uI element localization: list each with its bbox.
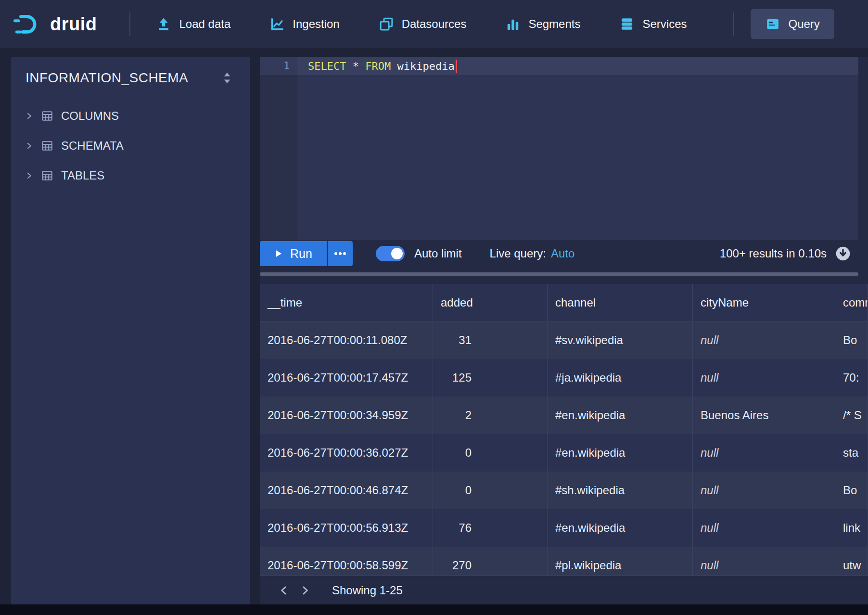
- results-table-header: __time added channel cityName comment: [260, 284, 868, 321]
- stacked-squares-icon: [379, 17, 394, 31]
- cell-cityname: null: [693, 547, 835, 576]
- tree-item-label: TABLES: [61, 169, 104, 182]
- sql-keyword-from: FROM: [365, 60, 391, 72]
- cell-time: 2016-06-27T00:00:34.959Z: [260, 397, 433, 434]
- results-table-body: 2016-06-27T00:00:11.080Z 31 #sv.wikipedi…: [260, 321, 868, 576]
- window-bottom-edge: [0, 604, 868, 615]
- editor-gutter: 1: [260, 57, 297, 240]
- column-header-comment[interactable]: comment: [835, 284, 868, 321]
- cell-added: 31: [433, 321, 548, 359]
- nav-item-label: Segments: [528, 17, 580, 31]
- cell-cityname: Buenos Aires: [693, 397, 835, 434]
- cell-comment: link: [835, 509, 868, 547]
- column-header-added[interactable]: added: [433, 284, 548, 321]
- schema-sidebar: INFORMATION_SCHEMA COLUMNS: [11, 57, 250, 604]
- cell-cityname: null: [693, 509, 835, 547]
- cell-time: 2016-06-27T00:00:46.874Z: [260, 472, 433, 509]
- live-query-label: Live query:Auto: [490, 247, 575, 260]
- druid-logo-icon: [13, 13, 43, 35]
- resize-splitter-handle[interactable]: [260, 272, 858, 276]
- sql-star: *: [353, 60, 359, 72]
- cell-time: 2016-06-27T00:00:36.027Z: [260, 434, 433, 472]
- chevron-right-icon: [26, 171, 33, 180]
- cell-comment: sta: [835, 434, 868, 472]
- nav-services[interactable]: Services: [610, 9, 696, 39]
- cell-comment: Bo: [835, 472, 868, 509]
- download-results-button[interactable]: [835, 246, 851, 261]
- console-icon: [765, 17, 780, 31]
- nav-item-label: Load data: [179, 17, 230, 31]
- cell-added: 270: [433, 547, 548, 576]
- tree-item-schemata[interactable]: SCHEMATA: [11, 131, 250, 161]
- cell-channel: #en.wikipedia: [548, 509, 693, 547]
- run-more-button[interactable]: [328, 241, 353, 266]
- column-header-time[interactable]: __time: [260, 284, 433, 321]
- cell-channel: #en.wikipedia: [548, 397, 693, 434]
- table-row: 2016-06-27T00:00:56.913Z 76 #en.wikipedi…: [260, 509, 868, 547]
- tree-item-label: COLUMNS: [61, 109, 119, 123]
- brand-name: druid: [50, 14, 97, 35]
- prev-page-button[interactable]: [273, 580, 294, 601]
- toggle-knob: [391, 248, 403, 259]
- cell-channel: #ja.wikipedia: [548, 359, 693, 397]
- schema-title: INFORMATION_SCHEMA: [26, 70, 188, 86]
- table-row: 2016-06-27T00:00:17.457Z 125 #ja.wikiped…: [260, 359, 868, 397]
- cell-cityname: null: [693, 359, 835, 397]
- cell-channel: #sh.wikipedia: [548, 472, 693, 509]
- tree-item-columns[interactable]: COLUMNS: [11, 101, 250, 131]
- column-header-cityname[interactable]: cityName: [693, 284, 835, 321]
- cell-time: 2016-06-27T00:00:17.457Z: [260, 359, 433, 397]
- cell-cityname: null: [693, 472, 835, 509]
- nav-segments[interactable]: Segments: [496, 9, 590, 39]
- double-caret-icon[interactable]: [222, 72, 232, 84]
- chart-steps-icon: [270, 17, 284, 31]
- druid-logo[interactable]: druid: [13, 13, 97, 35]
- cell-channel: #sv.wikipedia: [548, 321, 693, 359]
- download-icon: [835, 246, 851, 261]
- auto-limit-toggle[interactable]: [376, 246, 405, 261]
- pagination-bar: Showing 1-25: [260, 576, 868, 604]
- cell-comment: Bo: [835, 321, 868, 359]
- nav-ingestion[interactable]: Ingestion: [260, 9, 349, 39]
- nav-query[interactable]: Query: [751, 9, 834, 39]
- table-row: 2016-06-27T00:00:34.959Z 2 #en.wikipedia…: [260, 397, 868, 434]
- cell-time: 2016-06-27T00:00:11.080Z: [260, 321, 433, 359]
- cell-time: 2016-06-27T00:00:56.913Z: [260, 509, 433, 547]
- cell-comment: utw: [835, 547, 868, 576]
- cell-added: 76: [433, 509, 548, 547]
- nav-item-label: Datasources: [402, 17, 467, 31]
- results-table: __time added channel cityName comment 20…: [260, 284, 868, 576]
- cell-added: 0: [433, 472, 548, 509]
- live-query-text: Live query:: [490, 247, 546, 260]
- auto-limit-label: Auto limit: [414, 247, 462, 260]
- sql-identifier: wikipedia: [397, 60, 454, 72]
- database-icon: [620, 17, 634, 31]
- nav-datasources[interactable]: Datasources: [370, 9, 476, 39]
- editor-code-area[interactable]: SELECT * FROM wikipedia: [297, 57, 858, 240]
- live-query-value[interactable]: Auto: [551, 247, 574, 260]
- navbar-divider-2: [733, 13, 734, 36]
- cell-added: 125: [433, 359, 548, 397]
- play-icon: [274, 249, 283, 258]
- next-page-button[interactable]: [294, 580, 316, 601]
- results-summary: 100+ results in 0.10s: [720, 247, 827, 260]
- nav-load-data[interactable]: Load data: [147, 9, 240, 39]
- nav-item-label: Services: [642, 17, 687, 31]
- cell-comment: /* S: [835, 397, 868, 434]
- schema-selector[interactable]: INFORMATION_SCHEMA: [11, 57, 250, 94]
- cell-comment: 70:: [835, 359, 868, 397]
- table-row: 2016-06-27T00:00:46.874Z 0 #sh.wikipedia…: [260, 472, 868, 509]
- tree-item-tables[interactable]: TABLES: [11, 161, 250, 191]
- upload-icon: [156, 17, 171, 31]
- table-row: 2016-06-27T00:00:36.027Z 0 #en.wikipedia…: [260, 434, 868, 472]
- sql-editor[interactable]: 1 SELECT * FROM wikipedia: [260, 57, 858, 240]
- cell-added: 2: [433, 397, 548, 434]
- cell-channel: #en.wikipedia: [548, 434, 693, 472]
- navbar-divider: [129, 13, 130, 36]
- column-header-channel[interactable]: channel: [548, 284, 693, 321]
- bar-chart-icon: [506, 17, 520, 31]
- run-button[interactable]: Run: [260, 241, 327, 266]
- tree-item-label: SCHEMATA: [61, 139, 124, 153]
- table-row: 2016-06-27T00:00:11.080Z 31 #sv.wikipedi…: [260, 321, 868, 359]
- schema-tree: COLUMNS SCHEMATA: [11, 101, 250, 191]
